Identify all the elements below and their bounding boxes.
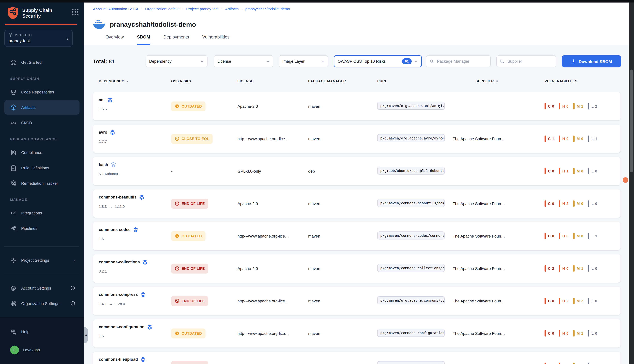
artifacts-cube-icon <box>10 104 17 111</box>
sidebar-item-remediation-tracker[interactable]: Remediation Tracker <box>5 176 80 190</box>
dependency-version: 3.2.1 → <box>99 269 171 274</box>
column-supplier[interactable]: SUPPLIER ▲▼ <box>449 79 545 83</box>
dependency-layers-icon <box>133 227 139 232</box>
sidebar-user[interactable]: L Lavakush <box>5 342 80 357</box>
feedback-beacon-dot[interactable] <box>623 178 628 183</box>
table-row[interactable]: commons-collections 3.2.1 → <box>93 254 620 283</box>
table-row[interactable]: commons-beanutils 1.8.3 → 1.11.0 <box>93 190 620 218</box>
sidebar-collapse-handle[interactable]: ◀ <box>84 327 88 344</box>
pipelines-icon <box>10 225 17 232</box>
column-dependency[interactable]: DEPENDENCY▼ <box>93 79 171 83</box>
high-count: H2 <box>559 298 569 304</box>
purl-value[interactable]: pkg:maven/commons-fileupload/… <box>377 361 445 364</box>
table-row[interactable]: commons-fileupload → <box>93 352 620 364</box>
supplier-search-input[interactable] <box>507 59 552 64</box>
purl-value[interactable]: pkg:maven/commons-collections/co… <box>377 264 445 272</box>
purl-value[interactable]: pkg:maven/org.apache.avro/avro@1… <box>377 134 445 142</box>
purl-value[interactable]: pkg:maven/org.apache.commons/com… <box>377 296 445 304</box>
high-count: H0 <box>559 330 569 337</box>
purl-value[interactable]: pkg:deb/ubuntu/bash@5.1-6ubuntu1 <box>377 166 445 175</box>
license-filter-dropdown[interactable]: License <box>214 55 273 68</box>
sort-desc-icon: ▼ <box>126 80 129 83</box>
sidebar-item-code-repositories[interactable]: Code Repositories <box>5 85 80 99</box>
owasp-risks-filter-dropdown[interactable]: OWASP OSS Top 10 Risks 01 <box>334 55 422 68</box>
sidebar-item-compliance[interactable]: Compliance <box>5 145 80 160</box>
tab-deployments[interactable]: Deployments <box>163 35 189 45</box>
package-manager-search[interactable] <box>426 55 491 68</box>
sidebar-section-manage: MANAGE <box>10 198 27 201</box>
sidebar-item-artifacts[interactable]: Artifacts <box>5 100 80 115</box>
high-count: H0 <box>559 233 569 239</box>
sidebar-footer: ? Help L Lavakush <box>0 318 84 364</box>
purl-value[interactable]: pkg:maven/commons-codec/commons-… <box>377 232 445 240</box>
dependency-layers-icon <box>147 324 152 330</box>
sidebar-divider <box>5 274 79 274</box>
supplier: The Apache Software Foun… <box>449 202 545 206</box>
dependency-version: 1.6 → <box>99 237 171 241</box>
tab-overview[interactable]: Overview <box>106 35 124 45</box>
sidebar-item-help[interactable]: ? Help <box>5 324 80 339</box>
breadcrumb-organization[interactable]: Organization: default <box>145 7 179 11</box>
sidebar-item-cicd[interactable]: CI/CD <box>5 116 80 130</box>
package-manager: maven <box>308 331 377 336</box>
image-layer-filter-dropdown[interactable]: Image Layer <box>279 55 328 68</box>
breadcrumb-artifact-name[interactable]: pranaycshah/todolist-demo <box>245 7 290 11</box>
info-icon[interactable] <box>71 301 75 306</box>
package-manager-search-input[interactable] <box>436 59 487 64</box>
app-title: Supply Chain Security <box>22 7 52 19</box>
critical-count: C0 <box>545 330 554 337</box>
tab-vulnerabilities[interactable]: Vulnerabilities <box>202 35 230 45</box>
breadcrumb-project[interactable]: Project: pranay-test <box>186 7 218 11</box>
supplier-search[interactable] <box>496 55 556 68</box>
download-sbom-button[interactable]: Download SBOM <box>562 55 621 68</box>
integrations-icon <box>10 210 17 216</box>
purl-value[interactable]: pkg:maven/org.apache.ant/ant@1.6… <box>377 102 445 110</box>
medium-count: M1 <box>573 330 583 337</box>
vulnerability-counts: C0 H0 M0 L1 <box>545 233 620 239</box>
module-switcher-icon[interactable] <box>72 9 79 15</box>
account-layers-gear-icon <box>10 285 17 291</box>
project-selector[interactable]: PROJECT pranay-test › <box>5 30 73 47</box>
column-purl: PURL <box>377 79 449 83</box>
table-row[interactable]: commons-compress 1.4.1 → 1.28.0 <box>93 287 620 315</box>
shield-logo-icon <box>7 6 19 20</box>
purl-value[interactable]: pkg:maven/commons-beanutils/comm… <box>377 199 445 207</box>
sidebar-item-pipelines[interactable]: Pipelines <box>5 221 80 236</box>
package-manager: maven <box>308 202 377 206</box>
license: http---www.apache.org-lice… <box>238 299 308 303</box>
sidebar-item-project-settings[interactable]: Project Settings › <box>5 253 80 268</box>
sidebar-item-get-started[interactable]: Get Started <box>5 55 80 70</box>
code-repository-icon <box>10 89 17 95</box>
sidebar-section-supply-chain: SUPPLY CHAIN <box>10 77 40 80</box>
table-row[interactable]: commons-configuration 1.6 → <box>93 319 620 348</box>
sidebar-item-rule-definitions[interactable]: Rule Definitions <box>5 160 80 175</box>
clock-icon <box>175 104 180 109</box>
table-row[interactable]: bash 5.1-6ubuntu1 → <box>93 157 620 186</box>
sidebar-section-risk: RISK AND COMPLIANCE <box>10 138 57 141</box>
table-row[interactable]: ant 1.6.5 → <box>93 92 620 120</box>
sidebar-item-account-settings[interactable]: Account Settings <box>5 281 80 296</box>
sidebar-item-organization-settings[interactable]: Organization Settings <box>5 296 80 311</box>
upgrade-arrow-icon: → <box>109 204 113 209</box>
breadcrumb-account[interactable]: Account: Automation-SSCA <box>93 7 139 11</box>
medium-count: M2 <box>573 298 583 304</box>
total-count: Total: 81 <box>93 55 115 68</box>
info-icon[interactable] <box>71 286 75 290</box>
page-scrollbar[interactable] <box>629 0 634 364</box>
supplier: The Apache Software Foun… <box>449 234 545 238</box>
table-row[interactable]: commons-codec 1.6 → <box>93 222 620 250</box>
dependency-filter-dropdown[interactable]: Dependency <box>146 55 208 68</box>
package-manager: deb <box>308 169 377 174</box>
table-row[interactable]: avro 1.7.7 → <box>93 125 620 153</box>
main-content: Account: Automation-SSCA› Organization: … <box>84 2 629 364</box>
chevron-right-icon: › <box>74 258 75 262</box>
sidebar-item-integrations[interactable]: Integrations <box>5 206 80 220</box>
breadcrumb-artifacts[interactable]: Artifacts <box>225 7 238 11</box>
license: http---www.apache.org-lice… <box>238 234 308 238</box>
tab-sbom[interactable]: SBOM <box>137 35 150 45</box>
high-count: H1 <box>559 168 569 174</box>
purl-value[interactable]: pkg:maven/commons-configuration/… <box>377 329 445 337</box>
critical-count: C0 <box>545 168 554 174</box>
app-logo[interactable]: Supply Chain Security <box>7 6 52 20</box>
scrollbar-thumb[interactable] <box>630 70 633 172</box>
